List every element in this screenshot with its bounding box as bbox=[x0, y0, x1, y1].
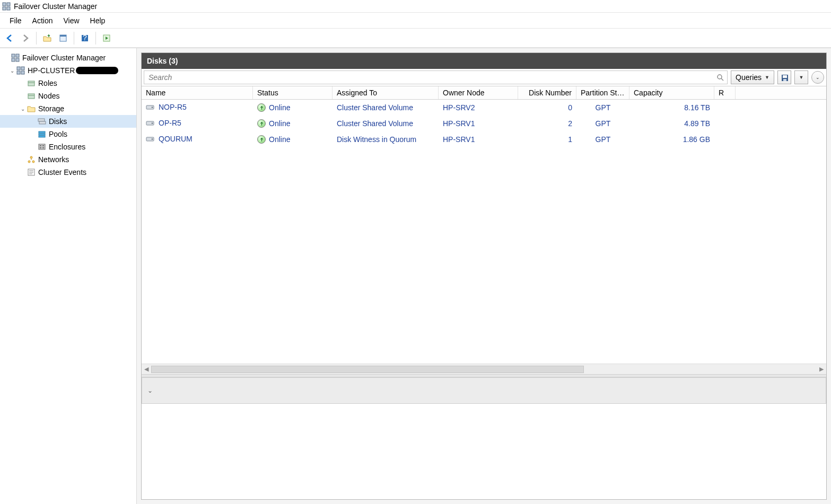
pools-icon bbox=[37, 130, 47, 138]
tree-nodes[interactable]: Nodes bbox=[0, 90, 136, 102]
status-online-icon bbox=[257, 103, 266, 112]
table-row[interactable]: QOURUMOnlineDisk Witness in QuorumHP-SRV… bbox=[142, 131, 826, 147]
tree-root-label: Failover Cluster Manager bbox=[22, 54, 106, 62]
cell-owner: HP-SRV1 bbox=[439, 135, 518, 144]
chevron-down-icon: ▼ bbox=[799, 75, 804, 80]
search-box bbox=[144, 70, 728, 84]
col-name[interactable]: Name bbox=[142, 86, 253, 99]
cell-pstyle: GPT bbox=[576, 103, 629, 112]
arrow-right-icon bbox=[21, 34, 30, 42]
horizontal-scrollbar[interactable]: ◀ ▶ bbox=[142, 364, 826, 374]
detail-empty-area bbox=[142, 404, 826, 499]
app-title: Failover Cluster Manager bbox=[14, 2, 97, 11]
menu-view-label: View bbox=[63, 16, 79, 25]
queries-label: Queries bbox=[736, 73, 762, 82]
cell-name: NOP-R5 bbox=[142, 103, 253, 112]
scroll-track[interactable] bbox=[151, 366, 817, 373]
main-split: Failover Cluster Manager ⌄ HP-CLUSTER Ro… bbox=[0, 48, 831, 504]
tree-root[interactable]: Failover Cluster Manager bbox=[0, 51, 136, 64]
cell-owner: HP-SRV2 bbox=[439, 103, 518, 112]
menu-view[interactable]: View bbox=[58, 14, 84, 27]
col-disknum[interactable]: Disk Number bbox=[518, 86, 576, 99]
folder-up-icon bbox=[43, 34, 51, 42]
show-action-pane-button[interactable] bbox=[99, 31, 114, 46]
cell-assigned: Disk Witness in Quorum bbox=[333, 135, 439, 144]
col-assigned[interactable]: Assigned To bbox=[333, 86, 439, 99]
tree-enclosures[interactable]: Enclosures bbox=[0, 140, 136, 153]
tree-pools[interactable]: Pools bbox=[0, 128, 136, 140]
search-input[interactable] bbox=[144, 73, 713, 82]
save-query-dropdown[interactable]: ▼ bbox=[794, 70, 808, 84]
events-icon bbox=[27, 168, 36, 176]
roles-icon bbox=[27, 79, 36, 87]
expand-collapse-button[interactable]: ⌄ bbox=[811, 71, 824, 84]
tree-toggle-icon[interactable]: ⌄ bbox=[8, 68, 16, 74]
menu-help-label: Help bbox=[90, 16, 106, 25]
scroll-left-icon[interactable]: ◀ bbox=[142, 366, 151, 373]
grid-header: Name Status Assigned To Owner Node Disk … bbox=[142, 86, 826, 100]
menu-bar: File Action View Help bbox=[0, 13, 831, 29]
cell-assigned: Cluster Shared Volume bbox=[333, 119, 439, 128]
app-icon bbox=[2, 2, 11, 11]
menu-action[interactable]: Action bbox=[27, 14, 58, 27]
tree-networks[interactable]: Networks bbox=[0, 153, 136, 166]
tree-nodes-label: Nodes bbox=[38, 92, 59, 100]
cell-disknum: 0 bbox=[518, 103, 576, 112]
tree-roles[interactable]: Roles bbox=[0, 77, 136, 90]
col-owner[interactable]: Owner Node bbox=[439, 86, 518, 99]
play-window-icon bbox=[102, 34, 111, 42]
disks-panel: Disks (3) Queries ▼ ▼ ⌄ bbox=[141, 52, 827, 500]
cell-capacity: 1.86 GB bbox=[629, 135, 714, 144]
cell-pstyle: GPT bbox=[576, 135, 629, 144]
cell-status: Online bbox=[253, 135, 333, 144]
scroll-thumb[interactable] bbox=[151, 366, 584, 373]
menu-file-label: File bbox=[10, 16, 22, 25]
search-row: Queries ▼ ▼ ⌄ bbox=[142, 69, 826, 86]
up-folder-button[interactable] bbox=[40, 31, 55, 46]
cluster-icon bbox=[16, 66, 25, 75]
cell-capacity: 4.89 TB bbox=[629, 119, 714, 128]
tree-disks[interactable]: Disks bbox=[0, 115, 136, 128]
tree-pools-label: Pools bbox=[49, 130, 67, 138]
tree-events[interactable]: Cluster Events bbox=[0, 166, 136, 179]
tree-storage[interactable]: ⌄ Storage bbox=[0, 102, 136, 115]
tree-events-label: Cluster Events bbox=[38, 168, 86, 176]
svg-line-34 bbox=[721, 78, 723, 81]
scroll-right-icon[interactable]: ▶ bbox=[817, 366, 826, 373]
tree-cluster[interactable]: ⌄ HP-CLUSTER bbox=[0, 64, 136, 77]
menu-file[interactable]: File bbox=[4, 14, 27, 27]
cell-assigned: Cluster Shared Volume bbox=[333, 103, 439, 112]
arrow-left-icon bbox=[5, 34, 14, 42]
nodes-icon bbox=[27, 92, 36, 100]
help-button[interactable] bbox=[77, 31, 92, 46]
table-row[interactable]: NOP-R5OnlineCluster Shared VolumeHP-SRV2… bbox=[142, 100, 826, 116]
queries-dropdown[interactable]: Queries ▼ bbox=[731, 70, 774, 84]
cell-capacity: 8.16 TB bbox=[629, 103, 714, 112]
search-icon[interactable] bbox=[713, 74, 727, 81]
show-hide-tree-button[interactable] bbox=[56, 31, 71, 46]
disks-grid: Name Status Assigned To Owner Node Disk … bbox=[142, 86, 826, 374]
col-extra[interactable]: R bbox=[714, 86, 736, 99]
save-icon bbox=[781, 74, 788, 81]
table-row[interactable]: OP-R5OnlineCluster Shared VolumeHP-SRV12… bbox=[142, 116, 826, 131]
save-query-button[interactable] bbox=[777, 70, 791, 84]
nav-forward-button[interactable] bbox=[18, 31, 33, 46]
cell-status: Online bbox=[253, 103, 333, 112]
col-pstyle[interactable]: Partition Style bbox=[576, 86, 629, 99]
cell-name: QOURUM bbox=[142, 135, 253, 144]
nav-back-button[interactable] bbox=[2, 31, 17, 46]
tree-disks-label: Disks bbox=[49, 117, 67, 126]
disk-icon bbox=[146, 103, 155, 112]
col-status[interactable]: Status bbox=[253, 86, 333, 99]
cell-name: OP-R5 bbox=[142, 119, 253, 128]
redacted-text bbox=[76, 67, 118, 74]
tree-cluster-label: HP-CLUSTER bbox=[28, 66, 75, 75]
cell-status: Online bbox=[253, 119, 333, 128]
menu-help[interactable]: Help bbox=[85, 14, 111, 27]
detail-collapsed-bar[interactable]: ⌄ bbox=[142, 377, 826, 404]
disk-icon bbox=[146, 135, 155, 144]
tree-toggle-icon[interactable]: ⌄ bbox=[19, 106, 27, 112]
cell-disknum: 1 bbox=[518, 135, 576, 144]
chevron-down-icon: ⌄ bbox=[147, 387, 153, 394]
col-capacity[interactable]: Capacity bbox=[629, 86, 714, 99]
